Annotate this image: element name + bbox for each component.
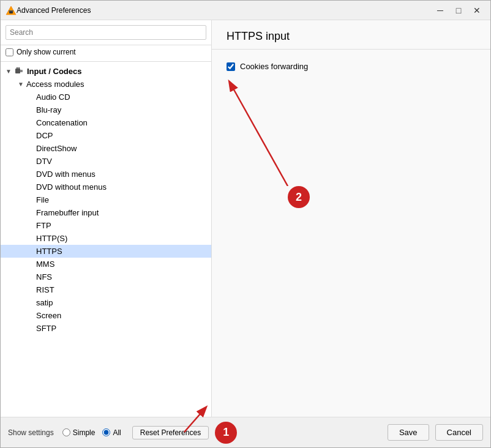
main-window: Advanced Preferences ─ □ ✕ Only show cur… (0, 0, 491, 448)
tree-label-satip: satip (36, 298, 53, 307)
tree-label-https-s: HTTP(S) (36, 234, 67, 243)
tree-item-https-s[interactable]: HTTP(S) (1, 232, 211, 245)
radio-all-item: All (102, 428, 121, 437)
tree-label-input-codecs: Input / Codecs (27, 67, 82, 76)
only-show-current-label: Only show current (17, 48, 76, 56)
tree-item-ftp[interactable]: FTP (1, 219, 211, 232)
tree-label-framebuffer: Framebuffer input (36, 208, 99, 217)
tree-item-https[interactable]: HTTPS (1, 245, 211, 258)
tree-label-access-modules: Access modules (26, 80, 84, 89)
radio-group: Simple All (62, 428, 121, 437)
tree-item-audio-cd[interactable]: Audio CD (1, 91, 211, 103)
tree-item-directshow[interactable]: DirectShow (1, 142, 211, 155)
tree-item-file[interactable]: File (1, 193, 211, 206)
tree-item-framebuffer[interactable]: Framebuffer input (1, 206, 211, 219)
tree-label-rist: RIST (36, 285, 54, 294)
svg-rect-6 (18, 67, 20, 69)
tree-label-screen: Screen (36, 311, 61, 320)
tree-item-access-modules[interactable]: ▼Access modules (1, 78, 211, 91)
bottom-bar: Show settings Simple All Reset Preferenc… (1, 417, 490, 447)
title-bar: Advanced Preferences ─ □ ✕ (1, 1, 490, 20)
svg-rect-5 (17, 67, 18, 69)
annotation-arrow-2 (214, 51, 337, 186)
left-panel: Only show current ▼ Input / Codecs▼Acces… (1, 20, 212, 417)
tree-label-nfs: NFS (36, 272, 52, 282)
tree-item-satip[interactable]: satip (1, 296, 211, 309)
svg-rect-1 (9, 11, 13, 13)
tree-arrow-input-codecs: ▼ (6, 68, 12, 75)
cookies-forwarding-row: Cookies forwarding (227, 62, 476, 71)
tree-label-mms: MMS (36, 259, 54, 269)
tree-label-audio-cd: Audio CD (36, 92, 70, 102)
right-panel: HTTPS input Cookies forwarding (212, 20, 490, 417)
svg-line-7 (230, 82, 288, 186)
tree-item-mms[interactable]: MMS (1, 258, 211, 271)
right-content: Cookies forwarding (212, 50, 490, 417)
only-show-current-checkbox[interactable] (6, 48, 13, 56)
radio-simple[interactable] (62, 428, 70, 436)
window-title: Advanced Preferences (17, 6, 432, 15)
tree-item-concatenation[interactable]: Concatenation (1, 116, 211, 129)
panel-title: HTTPS input (227, 30, 476, 43)
tree-item-sftp[interactable]: SFTP (1, 322, 211, 335)
radio-all[interactable] (102, 428, 110, 436)
tree-arrow-access-modules: ▼ (18, 81, 24, 88)
show-settings-label: Show settings (8, 428, 54, 437)
tree-label-blu-ray: Blu-ray (36, 105, 61, 114)
tree-label-sftp: SFTP (36, 324, 56, 333)
tree-label-file: File (36, 195, 49, 204)
tree-label-ftp: FTP (36, 221, 51, 230)
minimize-button[interactable]: ─ (432, 4, 449, 17)
tree-label-dvd-menus: DVD with menus (36, 170, 96, 179)
maximize-button[interactable]: □ (450, 4, 467, 17)
content-area: Only show current ▼ Input / Codecs▼Acces… (1, 20, 490, 417)
input-codecs-icon (14, 66, 24, 76)
tree-label-https: HTTPS (36, 247, 62, 256)
search-input[interactable] (6, 25, 206, 40)
tree-area: ▼ Input / Codecs▼Access modulesAudio CDB… (1, 62, 211, 417)
only-show-current-row: Only show current (1, 45, 211, 62)
tree-label-dvd-no-menus: DVD without menus (36, 182, 107, 192)
tree-label-dtv: DTV (36, 157, 52, 166)
radio-all-label: All (113, 428, 121, 437)
annotation-circle-1: 1 (215, 422, 237, 444)
tree-item-nfs[interactable]: NFS (1, 271, 211, 283)
tree-item-blu-ray[interactable]: Blu-ray (1, 103, 211, 116)
svg-rect-2 (9, 10, 13, 12)
svg-rect-3 (15, 69, 20, 73)
cookies-forwarding-label: Cookies forwarding (240, 62, 308, 71)
radio-simple-label: Simple (73, 428, 96, 437)
right-header: HTTPS input (212, 20, 490, 50)
svg-line-8 (184, 408, 206, 432)
save-button[interactable]: Save (388, 424, 429, 441)
vlc-icon (6, 5, 17, 16)
tree-item-dvd-menus[interactable]: DVD with menus (1, 168, 211, 181)
tree-item-dcp[interactable]: DCP (1, 129, 211, 142)
annotation-arrow-1 (181, 398, 218, 435)
tree-item-input-codecs[interactable]: ▼ Input / Codecs (1, 64, 211, 78)
search-box (1, 20, 211, 45)
cookies-forwarding-checkbox[interactable] (227, 62, 235, 71)
tree-label-directshow: DirectShow (36, 144, 77, 153)
close-button[interactable]: ✕ (468, 4, 485, 17)
tree-item-dtv[interactable]: DTV (1, 155, 211, 168)
tree-item-rist[interactable]: RIST (1, 283, 211, 296)
tree-item-screen[interactable]: Screen (1, 309, 211, 322)
svg-rect-4 (20, 70, 23, 72)
tree-label-concatenation: Concatenation (36, 118, 88, 127)
cancel-button[interactable]: Cancel (435, 424, 483, 441)
tree-item-dvd-no-menus[interactable]: DVD without menus (1, 181, 211, 193)
tree-label-dcp: DCP (36, 131, 53, 140)
radio-simple-item: Simple (62, 428, 96, 437)
window-controls: ─ □ ✕ (432, 4, 485, 17)
annotation-circle-2: 2 (288, 186, 310, 208)
